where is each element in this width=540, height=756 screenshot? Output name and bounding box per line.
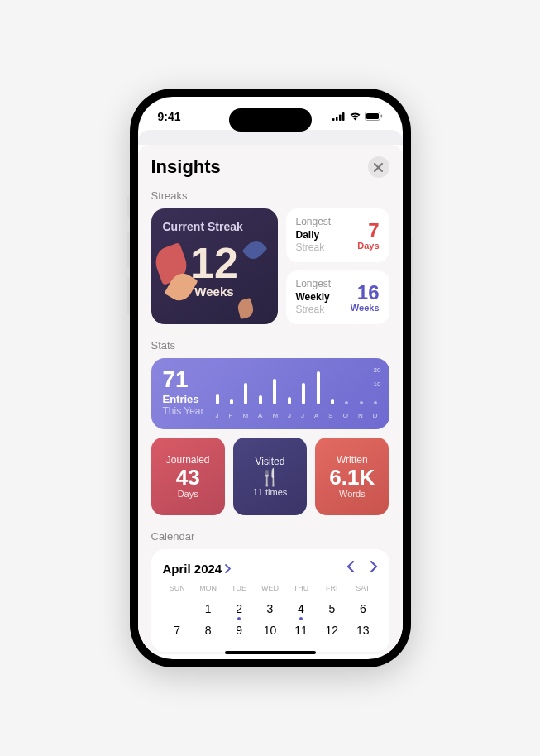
fork-knife-icon: 🍴 <box>241 469 299 486</box>
page-title: Insights <box>151 156 221 178</box>
calendar-day-header: SUN <box>163 584 192 597</box>
longest-daily-l2: Daily <box>296 229 332 242</box>
calendar-day-cell[interactable]: 1 <box>194 599 222 619</box>
chart-bar <box>230 399 233 404</box>
chart-month-label: S <box>328 412 332 419</box>
chart-scale-20: 20 <box>374 366 381 374</box>
current-streak-card[interactable]: Current Streak 12 Weeks <box>151 208 278 324</box>
journaled-value: 43 <box>160 466 217 490</box>
calendar-day-cell[interactable]: 9 <box>224 620 253 640</box>
calendar-day-header: THU <box>286 584 315 597</box>
visited-card[interactable]: Visited 🍴 11 times <box>233 438 307 515</box>
calendar-day-cell[interactable]: 6 <box>348 599 377 619</box>
calendar-day-cell[interactable]: 5 <box>318 599 346 619</box>
section-calendar-label: Calendar <box>151 530 389 543</box>
dynamic-island <box>229 108 312 132</box>
longest-weekly-l1: Longest <box>296 278 332 291</box>
battery-icon <box>365 110 383 123</box>
home-indicator[interactable] <box>225 651 316 654</box>
longest-weekly-value: 16 <box>351 283 380 303</box>
longest-weekly-card[interactable]: Longest Weekly Streak 16 Weeks <box>286 270 389 324</box>
chevron-left-icon <box>346 561 354 572</box>
chart-month-label: J <box>216 412 219 419</box>
longest-daily-value: 7 <box>357 221 379 241</box>
svg-rect-1 <box>336 117 338 121</box>
close-icon <box>374 163 383 172</box>
chart-month-label: A <box>258 412 262 419</box>
calendar-day-header: WED <box>256 584 284 597</box>
chart-month-label: M <box>242 412 248 419</box>
calendar-day-cell[interactable]: 7 <box>163 620 192 640</box>
chart-month-label: J <box>288 412 291 419</box>
entries-sub: This Year <box>163 405 204 417</box>
close-button[interactable] <box>368 156 389 178</box>
longest-weekly-l2: Weekly <box>296 291 332 304</box>
calendar-day-cell <box>163 599 192 619</box>
entries-chart: 20 10 JFMAMJJASOND <box>216 368 378 419</box>
chart-bar <box>374 401 377 404</box>
written-unit: Words <box>323 489 380 499</box>
longest-weekly-l3: Streak <box>296 304 332 317</box>
chart-bar <box>273 379 276 404</box>
journaled-card[interactable]: Journaled 43 Days <box>151 438 225 515</box>
calendar-day-cell[interactable]: 13 <box>348 620 377 640</box>
current-streak-unit: Weeks <box>163 285 266 299</box>
chart-month-label: F <box>229 412 233 419</box>
longest-daily-unit: Days <box>357 241 379 251</box>
svg-rect-6 <box>380 115 382 118</box>
calendar-day-cell[interactable]: 10 <box>256 620 284 640</box>
calendar-day-cell[interactable]: 8 <box>194 620 222 640</box>
longest-weekly-unit: Weeks <box>351 303 380 313</box>
chart-bar <box>331 399 334 404</box>
section-streaks-label: Streaks <box>151 189 389 202</box>
longest-daily-l3: Streak <box>296 242 332 255</box>
chart-bar <box>317 371 320 404</box>
visited-value: 11 times <box>241 487 299 497</box>
chart-bar <box>288 397 291 404</box>
chart-bar <box>302 383 305 404</box>
chevron-right-icon <box>370 561 378 572</box>
chart-bar <box>216 394 219 404</box>
calendar-card: April 2024 SUNMONTUEWEDTHUFRISAT12345678… <box>151 549 389 652</box>
calendar-day-cell[interactable]: 4 <box>286 599 315 619</box>
calendar-day-cell[interactable]: 12 <box>318 620 346 640</box>
longest-daily-card[interactable]: Longest Daily Streak 7 Days <box>286 208 389 262</box>
calendar-day-cell[interactable]: 3 <box>256 599 284 619</box>
chart-scale-10: 10 <box>374 380 381 388</box>
calendar-prev-button[interactable] <box>346 561 354 576</box>
svg-rect-3 <box>342 112 345 121</box>
calendar-month-label: April 2024 <box>163 562 222 576</box>
calendar-day-header: TUE <box>224 584 253 597</box>
calendar-day-header: SAT <box>348 584 377 597</box>
entries-card[interactable]: 71 Entries This Year 20 10 JFMAMJJASOND <box>151 358 389 429</box>
calendar-day-header: FRI <box>318 584 346 597</box>
entries-value: 71 <box>163 368 204 391</box>
svg-rect-0 <box>332 118 335 121</box>
calendar-day-cell[interactable]: 2 <box>224 599 253 619</box>
visited-label: Visited <box>241 456 299 467</box>
calendar-day-cell[interactable]: 11 <box>286 620 315 640</box>
current-streak-value: 12 <box>163 242 266 285</box>
wifi-icon <box>349 110 361 123</box>
current-streak-label: Current Streak <box>163 220 266 233</box>
svg-rect-2 <box>339 115 342 122</box>
written-card[interactable]: Written 6.1K Words <box>315 438 389 515</box>
chart-bar <box>259 395 262 404</box>
section-stats-label: Stats <box>151 339 389 352</box>
chart-month-label: M <box>272 412 278 419</box>
calendar-day-header: MON <box>194 584 222 597</box>
written-label: Written <box>323 454 380 466</box>
calendar-next-button[interactable] <box>370 561 378 576</box>
chart-month-label: N <box>358 412 363 419</box>
chart-month-label: A <box>314 412 318 419</box>
entries-label: Entries <box>163 393 204 405</box>
calendar-month-button[interactable]: April 2024 <box>163 562 232 576</box>
status-time: 9:41 <box>158 110 181 123</box>
chart-month-label: O <box>343 412 348 419</box>
journaled-unit: Days <box>160 489 217 499</box>
chart-bar <box>345 401 348 404</box>
chart-month-label: D <box>373 412 378 419</box>
longest-daily-l1: Longest <box>296 216 332 229</box>
journaled-label: Journaled <box>160 454 217 466</box>
sheet-behind <box>138 130 403 145</box>
